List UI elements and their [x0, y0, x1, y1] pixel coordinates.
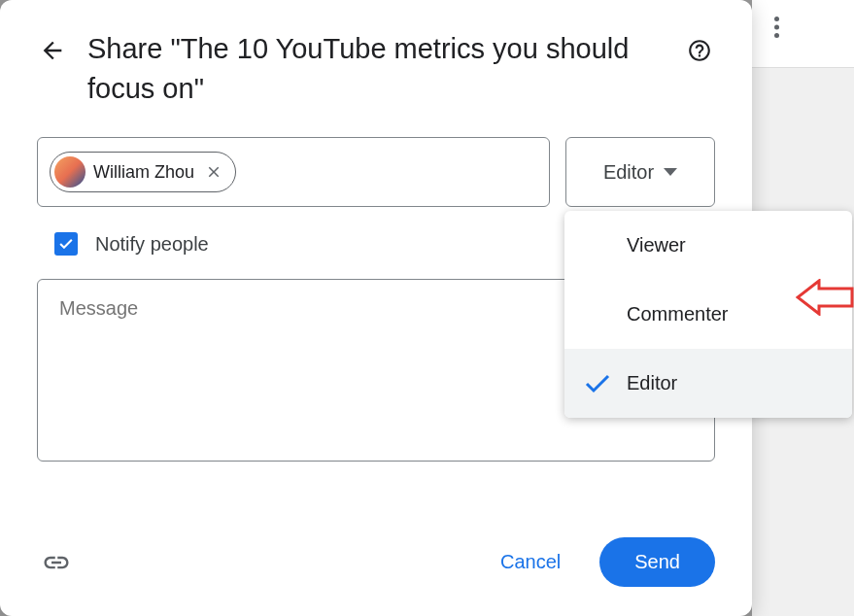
dialog-title: Share "The 10 YouTube metrics you should… [87, 29, 665, 108]
person-chip: William Zhou [50, 152, 236, 192]
notify-label: Notify people [95, 233, 209, 256]
copy-link-icon[interactable] [37, 543, 76, 582]
dropdown-item-viewer[interactable]: Viewer [564, 211, 852, 280]
chip-close-icon[interactable] [202, 160, 225, 184]
person-name: William Zhou [93, 162, 194, 183]
cancel-button[interactable]: Cancel [481, 539, 580, 585]
selected-check-icon [584, 370, 611, 397]
background-header [752, 0, 854, 68]
dropdown-item-label: Viewer [627, 234, 686, 257]
back-arrow-icon[interactable] [37, 35, 68, 66]
svg-point-1 [774, 25, 779, 30]
notify-checkbox[interactable] [54, 232, 78, 256]
dialog-footer: Cancel Send [37, 537, 715, 587]
dropdown-item-label: Editor [627, 372, 677, 394]
dropdown-item-label: Commenter [627, 303, 728, 325]
role-label: Editor [603, 161, 654, 184]
svg-point-2 [774, 33, 779, 38]
avatar [54, 156, 85, 188]
annotation-arrow-icon [796, 279, 854, 316]
dialog-header: Share "The 10 YouTube metrics you should… [37, 29, 715, 108]
input-row: William Zhou Editor [37, 137, 715, 207]
people-input[interactable]: William Zhou [37, 137, 550, 207]
more-vertical-icon[interactable] [757, 8, 796, 47]
role-selector[interactable]: Editor [565, 137, 715, 207]
send-button[interactable]: Send [599, 537, 715, 587]
help-icon[interactable] [684, 35, 715, 66]
check-icon [59, 239, 73, 249]
dropdown-arrow-icon [664, 168, 677, 176]
dropdown-item-editor[interactable]: Editor [564, 349, 852, 418]
svg-point-0 [774, 17, 779, 21]
